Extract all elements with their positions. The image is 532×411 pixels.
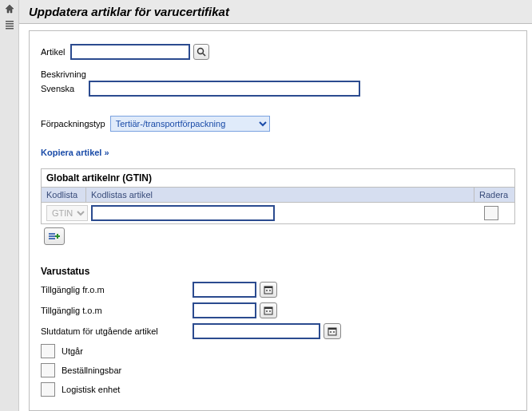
svg-rect-14 <box>269 290 271 291</box>
gtin-grid-header: Kodlista Kodlistas artikel Radera <box>42 187 514 203</box>
artikel-search-button[interactable] <box>193 44 209 60</box>
search-icon <box>197 47 206 57</box>
radera-button[interactable] <box>484 206 498 220</box>
slutdatum-input[interactable] <box>193 323 320 339</box>
svg-rect-17 <box>266 310 268 312</box>
svenska-row: Svenska <box>41 81 515 97</box>
tillg-tom-calendar-button[interactable] <box>260 302 277 318</box>
logistisk-label: Logistisk enhet <box>62 385 120 394</box>
bestallningsbar-checkbox[interactable] <box>41 363 55 377</box>
svg-rect-7 <box>49 235 55 237</box>
gtin-grid-row: GTIN <box>42 203 514 223</box>
logistisk-checkbox[interactable] <box>41 382 55 397</box>
svg-line-5 <box>203 53 205 56</box>
slutdatum-row: Slutdatum för utgående artikel <box>41 323 515 339</box>
forpackningstyp-row: Förpackningstyp Tertiär-/transportförpac… <box>41 116 515 132</box>
bestallningsbar-label: Beställningsbar <box>62 366 121 375</box>
page-title: Uppdatera artiklar för varucertifikat <box>19 0 532 24</box>
svg-rect-8 <box>49 238 55 239</box>
slutdatum-calendar-button[interactable] <box>324 323 341 339</box>
forpackningstyp-select[interactable]: Tertiär-/transportförpackning <box>110 116 270 132</box>
svg-rect-3 <box>6 28 14 30</box>
svenska-label: Svenska <box>41 84 84 93</box>
kodlista-select: GTIN <box>46 205 88 221</box>
calendar-icon <box>328 326 337 336</box>
main-content: Artikel Beskrivning Svenska Förpacknings… <box>29 30 527 411</box>
svg-point-4 <box>197 49 203 54</box>
tillg-tom-input[interactable] <box>193 302 256 318</box>
left-rail <box>0 0 19 411</box>
svg-rect-2 <box>6 26 14 27</box>
list-icon[interactable] <box>4 19 15 30</box>
svg-rect-22 <box>333 331 335 333</box>
utgar-label: Utgår <box>62 346 83 356</box>
gtin-group-title: Globalt artikelnr (GTIN) <box>42 169 514 187</box>
beskrivning-label: Beskrivning <box>41 69 515 79</box>
utgar-row: Utgår <box>41 344 515 358</box>
svg-rect-20 <box>328 328 336 330</box>
tillg-from-input[interactable] <box>193 282 256 298</box>
add-row-button[interactable] <box>44 227 65 245</box>
forpackningstyp-label: Förpackningstyp <box>41 119 105 128</box>
svenska-input[interactable] <box>89 81 360 97</box>
artikel-input[interactable] <box>70 44 190 60</box>
utgar-checkbox[interactable] <box>41 344 55 358</box>
svg-rect-1 <box>6 23 14 25</box>
page-title-text: Uppdatera artiklar för varucertifikat <box>29 5 229 18</box>
svg-rect-18 <box>269 310 271 312</box>
tillg-from-label: Tillgänglig fr.o.m <box>41 285 193 294</box>
gtin-group: Globalt artikelnr (GTIN) Kodlista Kodlis… <box>41 168 515 224</box>
col-kodlistas-artikel: Kodlistas artikel <box>86 188 474 202</box>
svg-rect-0 <box>6 21 14 22</box>
varustatus-title: Varustatus <box>41 266 515 277</box>
slutdatum-label: Slutdatum för utgående artikel <box>41 326 193 336</box>
svg-rect-13 <box>266 290 268 291</box>
home-icon[interactable] <box>4 3 15 14</box>
kopiera-artikel-link[interactable]: Kopiera artikel » <box>41 148 109 157</box>
svg-rect-12 <box>264 287 272 288</box>
tillg-tom-row: Tillgänglig t.o.m <box>41 302 515 318</box>
svg-rect-16 <box>264 307 272 309</box>
calendar-icon <box>264 306 273 315</box>
col-radera: Radera <box>474 188 514 202</box>
tillg-from-row: Tillgänglig fr.o.m <box>41 282 515 298</box>
tillg-tom-label: Tillgänglig t.o.m <box>41 306 193 315</box>
logistisk-row: Logistisk enhet <box>41 382 515 397</box>
artikel-row: Artikel <box>41 44 515 60</box>
tillg-from-calendar-button[interactable] <box>260 282 277 298</box>
calendar-icon <box>264 285 273 294</box>
delete-icon <box>487 207 495 215</box>
kodlistas-artikel-input[interactable] <box>91 205 275 221</box>
col-kodlista: Kodlista <box>42 188 86 202</box>
svg-rect-6 <box>49 233 55 235</box>
artikel-label: Artikel <box>41 47 66 57</box>
bestallningsbar-row: Beställningsbar <box>41 363 515 377</box>
add-row-icon <box>48 231 61 241</box>
svg-rect-21 <box>330 331 332 333</box>
